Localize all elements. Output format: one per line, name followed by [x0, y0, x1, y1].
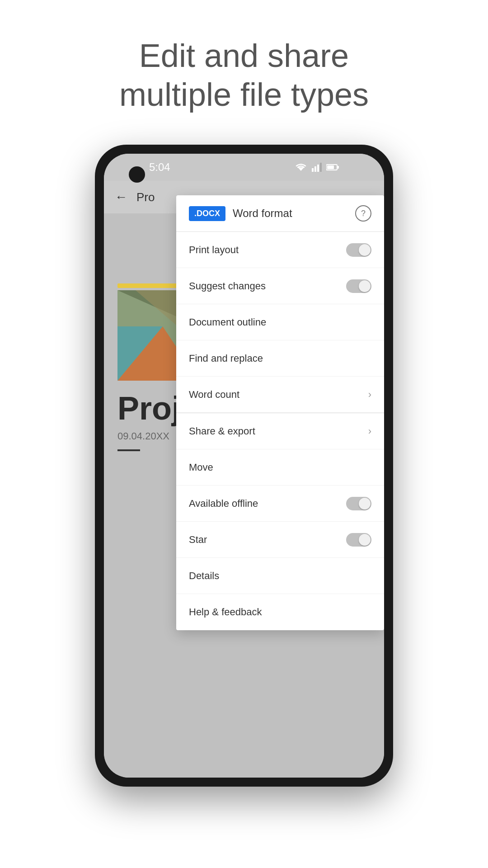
menu-item-star[interactable]: Star — [176, 522, 384, 558]
page-title: Edit and share multiple file types — [0, 0, 488, 142]
star-label: Star — [189, 534, 346, 546]
svg-marker-0 — [298, 167, 304, 171]
document-outline-label: Document outline — [189, 316, 371, 328]
status-time: 5:04 — [149, 161, 170, 174]
doc-title-toolbar: Pro — [136, 190, 155, 204]
help-feedback-label: Help & feedback — [189, 606, 371, 618]
find-replace-label: Find and replace — [189, 353, 371, 364]
document-text: Proj 09.04.20XX — [117, 390, 181, 451]
word-count-label: Word count — [189, 389, 368, 401]
star-toggle[interactable] — [346, 533, 371, 547]
share-export-label: Share & export — [189, 425, 368, 437]
svg-rect-4 — [320, 163, 322, 172]
details-label: Details — [189, 570, 371, 582]
phone-screen: 5:04 — [104, 154, 384, 778]
menu-item-details[interactable]: Details — [176, 558, 384, 594]
svg-rect-1 — [312, 168, 314, 172]
menu-item-share-export[interactable]: Share & export › — [176, 413, 384, 449]
share-export-chevron: › — [368, 425, 371, 437]
suggest-changes-toggle[interactable] — [346, 279, 371, 293]
svg-rect-2 — [314, 166, 316, 172]
status-bar: 5:04 — [104, 154, 384, 181]
doc-line — [117, 449, 140, 451]
doc-heading: Proj — [117, 390, 181, 427]
menu-item-move[interactable]: Move — [176, 449, 384, 486]
dropdown-menu: .DOCX Word format ? Print layout Suggest… — [176, 195, 384, 630]
menu-item-print-layout[interactable]: Print layout — [176, 232, 384, 268]
svg-rect-6 — [327, 165, 334, 169]
menu-item-document-outline[interactable]: Document outline — [176, 304, 384, 340]
back-button[interactable]: ← — [115, 190, 127, 204]
menu-item-word-count[interactable]: Word count › — [176, 377, 384, 413]
wifi-icon — [295, 163, 307, 172]
print-layout-label: Print layout — [189, 244, 346, 256]
available-offline-label: Available offline — [189, 498, 346, 509]
move-label: Move — [189, 462, 371, 473]
status-icons — [295, 163, 339, 172]
available-offline-toggle[interactable] — [346, 497, 371, 510]
phone-frame: 5:04 — [95, 145, 393, 787]
svg-rect-7 — [338, 166, 339, 169]
suggest-changes-label: Suggest changes — [189, 280, 346, 292]
print-layout-toggle[interactable] — [346, 243, 371, 257]
camera-hole — [129, 166, 145, 183]
svg-rect-3 — [317, 165, 319, 172]
battery-icon — [326, 164, 339, 171]
menu-item-suggest-changes[interactable]: Suggest changes — [176, 268, 384, 304]
word-count-chevron: › — [368, 389, 371, 401]
menu-item-find-replace[interactable]: Find and replace — [176, 340, 384, 377]
signal-icon — [312, 163, 322, 172]
menu-header: .DOCX Word format ? — [176, 195, 384, 232]
menu-format-label: Word format — [233, 207, 355, 220]
doc-date: 09.04.20XX — [117, 430, 181, 442]
menu-item-available-offline[interactable]: Available offline — [176, 486, 384, 522]
docx-badge: .DOCX — [189, 206, 225, 221]
help-button[interactable]: ? — [355, 205, 371, 222]
menu-item-help-feedback[interactable]: Help & feedback — [176, 594, 384, 630]
